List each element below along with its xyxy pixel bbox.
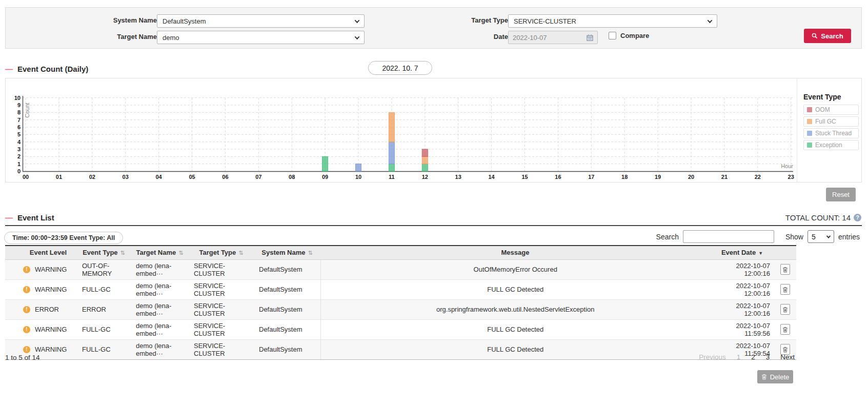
table-controls: Search Show 5 entries	[656, 230, 860, 243]
legend-swatch	[807, 119, 812, 124]
system-name-select[interactable]: DefaultSystem	[157, 14, 365, 28]
event-type-cell: FULL-GC	[77, 339, 131, 359]
target-type-cell: SERVICE-CLUSTER	[189, 319, 254, 339]
column-header-event-date[interactable]: Event Date▼	[710, 246, 774, 259]
search-button[interactable]: Search	[804, 29, 851, 43]
warning-icon: !	[23, 326, 30, 333]
target-name-value: demo	[163, 34, 179, 42]
section-dash-icon: —	[5, 213, 13, 222]
page-size-value: 5	[812, 233, 816, 241]
pagination-next[interactable]: Next	[780, 353, 795, 361]
target-name-cell: demo (lena-embed···	[131, 339, 189, 359]
compare-checkbox[interactable]	[609, 32, 616, 39]
pagination-page[interactable]: 1	[737, 353, 741, 361]
chart-date-pill[interactable]: 2022. 10. 7	[368, 61, 432, 75]
x-tick-label: 18	[621, 174, 628, 180]
bar-segment-full-gc[interactable]	[389, 112, 394, 141]
page-size-select[interactable]: 5	[808, 230, 834, 243]
pagination-page[interactable]: 2	[751, 353, 755, 361]
delete-row-button[interactable]	[780, 304, 790, 315]
warning-icon: !	[23, 346, 30, 353]
delete-row-button[interactable]	[780, 264, 790, 275]
column-header-system-name[interactable]: System Name⇅	[254, 246, 320, 259]
trash-icon	[761, 374, 767, 380]
legend-item-exception[interactable]: Exception	[803, 140, 859, 150]
y-tick-label: 6	[17, 124, 21, 130]
bar-segment-oom[interactable]	[422, 149, 428, 156]
table-search-input[interactable]	[683, 230, 774, 243]
y-axis-title: Count	[24, 103, 30, 117]
bar-segment-exception[interactable]	[422, 164, 428, 171]
y-tick-label: 0	[17, 168, 21, 174]
y-tick-label: 8	[17, 109, 21, 115]
warning-icon: !	[23, 266, 30, 273]
column-header-target-name[interactable]: Target Name⇅	[131, 246, 189, 259]
column-header-event-level: Event Level	[5, 246, 77, 259]
reset-button[interactable]: Reset	[826, 188, 856, 201]
x-tick-label: 04	[155, 174, 162, 180]
x-tick-label: 19	[655, 174, 661, 180]
event-monitoring-page: System Name DefaultSystem Target Name de…	[0, 0, 868, 406]
event-count-chart: 012345678910Count00010203040506070809101…	[6, 78, 797, 182]
pagination: Previous 123 Next	[699, 353, 795, 361]
x-tick-label: 13	[455, 174, 461, 180]
event-date-cell: 2022-10-07 12:00:16	[710, 259, 774, 279]
table-row: ! WARNING FULL-GC demo (lena-embed··· SE…	[5, 319, 796, 339]
delete-button-label: Delete	[770, 373, 790, 381]
entries-label: entries	[838, 233, 860, 241]
event-level-cell: WARNING	[35, 326, 67, 333]
target-name-select[interactable]: demo	[157, 31, 365, 44]
x-tick-label: 05	[189, 174, 195, 180]
pagination-page[interactable]: 3	[766, 353, 770, 361]
chart-legend: Event Type OOMFull GCStuck ThreadExcepti…	[803, 93, 859, 152]
target-type-cell: SERVICE-CLUSTER	[189, 259, 254, 279]
legend-label: Exception	[815, 141, 842, 149]
event-type-cell: FULL-GC	[77, 279, 131, 299]
table-search-label: Search	[656, 233, 679, 241]
sort-icon: ⇅	[120, 250, 125, 256]
column-header-target-type[interactable]: Target Type⇅	[189, 246, 254, 259]
pagination-previous[interactable]: Previous	[699, 353, 726, 361]
section-dash-icon: —	[5, 65, 13, 73]
legend-swatch	[807, 107, 812, 112]
legend-item-stuck-thread[interactable]: Stuck Thread	[803, 128, 859, 138]
event-type-cell: OUT-OF-MEMORY	[77, 259, 131, 279]
trash-icon	[782, 287, 788, 293]
bar-segment-exception[interactable]	[322, 156, 328, 171]
target-type-select[interactable]: SERVICE-CLUSTER	[508, 14, 717, 28]
trash-icon	[782, 267, 788, 273]
event-table-body: !	[5, 259, 796, 359]
event-count-title: — Event Count (Daily)	[5, 65, 88, 73]
target-type-label: Target Type	[429, 16, 508, 24]
table-row: ! ERROR ERROR demo (lena-embed··· SERVIC…	[5, 299, 796, 319]
column-header-actions	[774, 246, 796, 259]
bar-segment-stuck-thread[interactable]	[389, 142, 394, 164]
delete-row-button[interactable]	[780, 324, 790, 335]
system-name-label: System Name	[77, 16, 157, 24]
legend-swatch	[807, 143, 812, 148]
bar-segment-full-gc[interactable]	[422, 156, 428, 164]
legend-item-oom[interactable]: OOM	[803, 105, 859, 115]
legend-label: Full GC	[815, 118, 836, 125]
system-name-cell: DefaultSystem	[254, 299, 320, 319]
y-tick-label: 3	[17, 146, 21, 152]
x-tick-label: 15	[521, 174, 528, 180]
event-level-cell: ERROR	[35, 306, 59, 313]
column-header-event-type[interactable]: Event Type⇅	[77, 246, 131, 259]
delete-button[interactable]: Delete	[757, 370, 793, 383]
delete-row-button[interactable]	[780, 284, 790, 295]
bar-segment-stuck-thread[interactable]	[356, 164, 361, 171]
bar-segment-exception[interactable]	[389, 164, 394, 171]
chevron-down-icon	[826, 234, 831, 238]
target-type-value: SERVICE-CLUSTER	[514, 17, 576, 25]
total-count-text: TOTAL COUNT: 14	[785, 213, 851, 222]
event-date-cell: 2022-10-07 12:00:16	[710, 299, 774, 319]
legend-item-full-gc[interactable]: Full GC	[803, 116, 859, 127]
sort-desc-icon: ▼	[758, 251, 763, 256]
event-table-header-row: Event LevelEvent Type⇅Target Name⇅Target…	[5, 246, 796, 259]
x-tick-label: 00	[23, 174, 29, 180]
help-icon[interactable]: ?	[854, 214, 861, 221]
event-level-cell: WARNING	[35, 346, 67, 353]
date-input[interactable]: 2022-10-07	[508, 31, 598, 44]
column-header-label: Target Name	[136, 249, 176, 256]
